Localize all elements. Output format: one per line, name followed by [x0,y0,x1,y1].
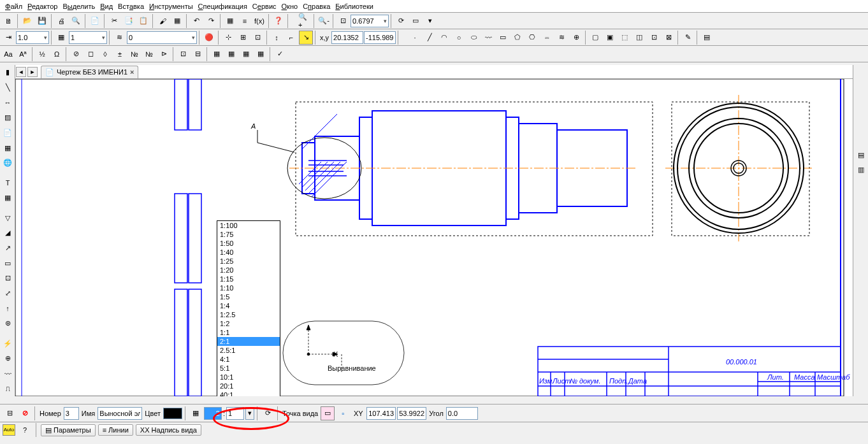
help2-icon[interactable]: ? [18,423,32,437]
lt-doc-icon[interactable]: 📄 [1,126,15,140]
line-icon[interactable]: ╱ [423,31,437,45]
lt-leader-icon[interactable]: ↗ [1,241,15,255]
redo-icon[interactable]: ↷ [204,14,218,28]
table4-icon[interactable]: ▦ [254,47,268,61]
lt-select-icon[interactable]: ▮ [1,66,15,80]
scale-option[interactable]: 2:1 [217,337,280,346]
omega-icon[interactable]: Ω [50,47,64,61]
bp-lock-icon[interactable]: ⊟ [3,406,17,420]
lt-bolt-icon[interactable]: ⚡ [1,336,15,350]
menu-tools[interactable]: Инструменты [147,1,196,11]
sym7-icon[interactable]: ⊳ [157,47,171,61]
snap3-icon[interactable]: ⊡ [250,31,264,45]
sym5-icon[interactable]: № [127,47,141,61]
scale-a-input[interactable] [204,407,222,420]
snap1-icon[interactable]: ⊹ [221,31,235,45]
sym2-icon[interactable]: ◻ [83,47,98,61]
menu-window[interactable]: Окно [279,1,301,11]
tab-linii[interactable]: ≡ Линии [98,424,133,436]
lt-arrow-icon[interactable]: ↑ [1,301,15,315]
frame-icon[interactable]: ▭ [409,14,423,28]
snap2-icon[interactable]: ⊞ [236,31,250,45]
tab-parametry[interactable]: ▤ Параметры [41,424,96,436]
lt-dim-icon[interactable]: ↔ [1,96,15,110]
scale-option[interactable]: 1:1 [217,328,280,337]
layer-select[interactable]: 1 [69,31,107,44]
undo-icon[interactable]: ↶ [189,14,203,28]
polygon-icon[interactable]: ⬠ [510,31,524,45]
scale-b-input[interactable] [226,407,244,420]
geo1-icon[interactable]: ⎔ [525,31,539,45]
bp-refresh-icon[interactable]: ⟳ [261,406,275,420]
menu-libraries[interactable]: Библиотеки [333,1,376,11]
zoom-in-icon[interactable]: 🔍+ [298,14,312,28]
new-doc-icon[interactable]: 🗎 [1,14,15,28]
scale-option[interactable]: 20:1 [217,382,280,390]
scale-option[interactable]: 2.5:1 [217,346,280,355]
char2-icon[interactable]: Aª [16,47,30,61]
geo2-icon[interactable]: ⎓ [540,31,554,45]
geo6-icon[interactable]: ▣ [603,31,617,45]
scale-option[interactable]: 1:4 [217,301,280,310]
sym3-icon[interactable]: ◊ [98,47,112,61]
scale-option[interactable]: 1:2 [217,319,280,328]
zoom-fit-icon[interactable]: ⊡ [336,14,350,28]
scale-option[interactable]: 5:1 [217,364,280,373]
paste-icon[interactable]: 📋 [136,14,150,28]
ugol-input[interactable] [446,407,478,420]
drawing-canvas[interactable]: А [15,79,853,396]
scale-dropdown-list[interactable]: 1:1001:751:501:401:251:201:151:101:51:41… [217,220,280,396]
geo12-icon[interactable]: ▤ [700,31,714,45]
menu-service[interactable]: Сервис [250,1,279,11]
tab-next-icon[interactable]: ► [27,67,38,77]
lt-wave-icon[interactable]: 〰 [1,367,15,381]
step-icon[interactable]: ⇥ [1,31,15,45]
step-value[interactable]: 1.0 [16,31,49,44]
table2-icon[interactable]: ▦ [224,47,238,61]
brush-icon[interactable]: 🖌 [156,14,170,28]
lt-view-icon[interactable]: ⊛ [1,317,15,331]
menu-editor[interactable]: Редактор [25,1,60,11]
lt-break-icon[interactable]: ⎍ [1,382,15,396]
color-swatch[interactable] [163,408,182,419]
frac-icon[interactable]: ½ [35,47,49,61]
tab-nadpis-vida[interactable]: XX Надпись вида [136,424,201,436]
lt-tol-icon[interactable]: ▭ [1,256,15,270]
bp-pt1-icon[interactable]: ▭ [321,406,335,420]
style-select[interactable]: 0 [127,31,197,44]
menu-help[interactable]: Справка [300,1,333,11]
scale-option[interactable]: 1:25 [217,257,280,266]
grid-icon[interactable]: ▦ [223,14,237,28]
auto-icon[interactable]: Auto [3,424,15,436]
point-icon[interactable]: · [408,31,422,45]
sym6-icon[interactable]: № [142,47,156,61]
table1-icon[interactable]: ▦ [210,47,224,61]
check-icon[interactable]: ✓ [273,47,287,61]
color-icon[interactable]: 🔴 [202,31,216,45]
help-icon[interactable]: ❓ [271,14,286,28]
menu-view[interactable]: Вид [98,1,115,11]
lt-line-icon[interactable]: ╲ [1,81,15,95]
sym1-icon[interactable]: ⊘ [69,47,83,61]
geo9-icon[interactable]: ⊡ [647,31,661,45]
copy-icon[interactable]: 📑 [122,14,136,28]
geo8-icon[interactable]: ◫ [632,31,646,45]
open-icon[interactable]: 📂 [20,14,34,28]
stop-icon[interactable]: ⊘ [18,406,32,420]
scale-option[interactable]: 1:20 [217,266,280,275]
rect-icon[interactable]: ▭ [496,31,510,45]
lt-hatch-icon[interactable]: ▨ [1,111,15,125]
scale-option[interactable]: 40:1 [217,390,280,396]
ortho2-icon[interactable]: ⌐ [284,31,298,45]
style-icon[interactable]: ≋ [112,31,126,45]
bp-pt2-icon[interactable]: ▫ [336,406,350,420]
rt-lib-icon[interactable]: ▤ [854,148,868,162]
menu-insert[interactable]: Вставка [115,1,147,11]
arc-icon[interactable]: ◠ [437,31,451,45]
fx-icon[interactable]: f(x) [252,14,266,28]
scale-option[interactable]: 1:75 [217,230,280,239]
lt-center-icon[interactable]: ⊕ [1,352,15,366]
sym9-icon[interactable]: ⊟ [191,47,205,61]
bp-xy-icon[interactable]: XY [351,406,365,420]
lt-mark-icon[interactable]: ⊡ [1,271,15,285]
